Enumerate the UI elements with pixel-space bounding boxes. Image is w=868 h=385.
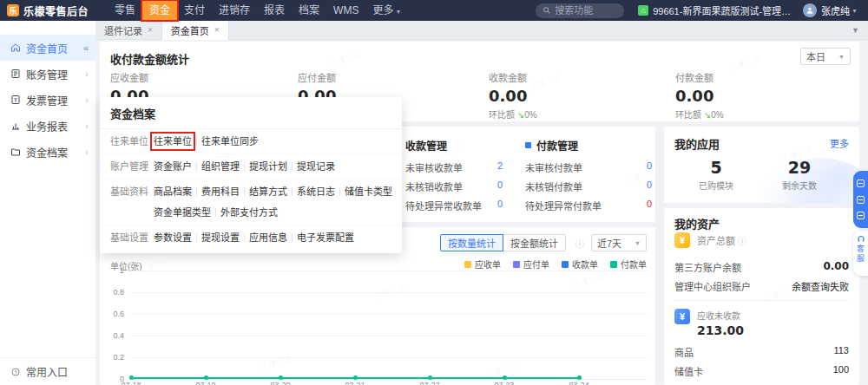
x-tick: 03-18 [114,381,148,385]
my-apps-title: 我的应用 [674,135,720,152]
tenant-switcher[interactable]: ⌂ 99661-新界面果蔬版测试-管理… [638,3,791,17]
nav-item-wms[interactable]: WMS [326,0,365,21]
menu-item-expense-subject[interactable]: 费用科目 [201,184,240,199]
quick-tool-icon[interactable] [857,179,865,187]
legend-payment-doc[interactable]: 付款单 [610,258,647,271]
data-point [204,375,208,380]
trend-down-icon: ↘ [517,110,524,120]
legend-payable-doc[interactable]: 应付单 [513,258,549,271]
period-select[interactable]: 本日 ▼ [800,48,851,65]
chevron-right-icon: › [85,95,89,105]
topbar: 乐 乐檬零售后台 零售 资金 支付 进销存 报表 档案 WMS 更多▼ ⌂ 99… [0,0,868,21]
global-search[interactable] [536,3,624,18]
menu-item-withdraw-plan[interactable]: 提现计划 [249,159,287,174]
customer-service-label: 客服 [855,245,866,264]
goods-row: 商品 113 [674,345,849,359]
payment-row-unaudited: 未审核付款单 0 [525,160,652,174]
more-link[interactable]: 更多 [830,136,849,150]
menu-item-external-payment[interactable]: 外部支付方式 [220,205,278,220]
y-tick: 0.8 [103,288,124,297]
date-range-select[interactable]: 近7天 ▼ [591,234,647,251]
caret-down-icon: ▼ [635,240,641,246]
search-icon [542,6,551,15]
common-entry[interactable]: 常用入口 [0,357,95,385]
sidebar-item-accounting[interactable]: 账务管理 › [0,61,95,87]
count-link[interactable]: 2 [497,160,503,174]
menu-group-base-settings: 基础设置 参数设置 提现设置 应用信息 电子发票配置 [100,225,402,250]
data-point [428,375,432,380]
menu-item-withdraw-record[interactable]: 提现记录 [297,159,335,174]
sidebar-item-invoices[interactable]: 发票管理 › [0,87,95,113]
divider [339,187,340,196]
legend-swatch [464,261,471,268]
nav-item-retail[interactable]: 零售 [108,0,142,21]
menu-item-partners[interactable]: 往来单位 [154,134,192,149]
payment-row-unverified: 未核销付款单 0 [525,179,652,193]
info-icon[interactable]: ⓘ [738,234,746,247]
tab-return-records[interactable]: 退件记录 × [95,21,162,40]
info-icon[interactable]: ⓘ [575,237,584,250]
quick-tool-icon[interactable] [857,212,865,219]
collapse-sidebar-icon[interactable]: « [83,42,89,53]
menu-item-org-management[interactable]: 组织管理 [201,159,240,174]
divider [196,162,197,171]
menu-item-fund-doc-type[interactable]: 资金单据类型 [154,205,211,220]
close-icon[interactable]: × [148,25,153,35]
close-icon[interactable]: × [214,25,220,35]
caret-down-icon: ▼ [852,8,858,14]
nav-item-more[interactable]: 更多▼ [365,0,408,21]
tab-funds-home[interactable]: 资金首页 × [162,21,229,40]
quick-tool-icon[interactable] [857,196,865,204]
sidebar-item-business-reports[interactable]: 业务报表 › [0,113,95,139]
nav-item-reports[interactable]: 报表 [257,0,292,21]
nav-item-inventory[interactable]: 进销存 [212,0,257,21]
count-link[interactable]: 0 [647,160,652,174]
data-point [129,375,134,380]
by-count-button[interactable]: 按数量统计 [440,234,503,251]
count-link[interactable]: 0 [497,179,503,193]
nav-item-payment[interactable]: 支付 [177,0,212,21]
count-link[interactable]: 0 [497,199,503,212]
clock-icon [10,367,21,377]
menu-item-fund-account[interactable]: 资金账户 [154,159,192,174]
bar-chart-icon [10,121,21,131]
user-icon [806,6,814,15]
nav-item-funds[interactable]: 资金 [142,0,177,21]
y-tick: 0.6 [103,310,124,318]
menu-item-settlement-method[interactable]: 结算方式 [249,184,287,199]
purchased-modules-stat: 5 已购模块 [685,158,747,192]
menu-item-parameter-settings[interactable]: 参数设置 [154,230,192,245]
count-link[interactable]: 0 [647,179,652,193]
menu-item-withdraw-settings[interactable]: 提现设置 [201,230,240,245]
menu-item-einvoice-config[interactable]: 电子发票配置 [297,230,354,245]
x-axis-line [131,379,647,380]
tab-overflow-icon[interactable]: ▼ [852,26,859,35]
menu-item-goods-archive[interactable]: 商品档案 [154,184,192,199]
legend-receivable-doc[interactable]: 应收单 [464,258,501,271]
search-input[interactable] [555,5,617,16]
sidebar-item-funds-archive[interactable]: 资金档案 › [0,139,95,165]
count-link[interactable]: 0 [647,199,652,212]
divider [244,233,245,242]
menu-item-app-info[interactable]: 应用信息 [249,230,287,245]
legend-swatch [610,261,617,268]
receipts-header: 收款管理 [405,138,447,153]
menu-item-partners-sync[interactable]: 往来单位同步 [201,134,259,149]
chart-legend: 应收单 应付单 收款单 付款单 [464,258,647,271]
nav-item-archives[interactable]: 档案 [292,0,326,21]
chevron-right-icon: › [85,69,89,79]
payments-header: 付款管理 [525,138,578,153]
quick-tools-strip[interactable] [853,171,868,228]
chevron-right-icon: › [85,121,89,131]
menu-item-system-log[interactable]: 系统日志 [297,184,335,199]
by-amount-button[interactable]: 按金额统计 [503,234,566,251]
legend-receipt-doc[interactable]: 收款单 [562,258,598,271]
store-icon: ⌂ [638,5,648,16]
caret-down-icon: ▼ [395,9,401,15]
user-menu[interactable]: 张虎纯 ▼ [803,3,858,17]
menu-item-stored-card-type[interactable]: 储值卡类型 [345,184,392,199]
customer-service-button[interactable]: 客服 [853,231,868,276]
funds-archive-menu: 资金档案 往来单位 往来单位 往来单位同步 账户管理 资金账户 组织管理 提现计… [100,97,402,253]
sidebar-item-funds-home[interactable]: 资金首页 « [0,35,95,61]
my-assets-title: 我的资产 [674,215,720,232]
